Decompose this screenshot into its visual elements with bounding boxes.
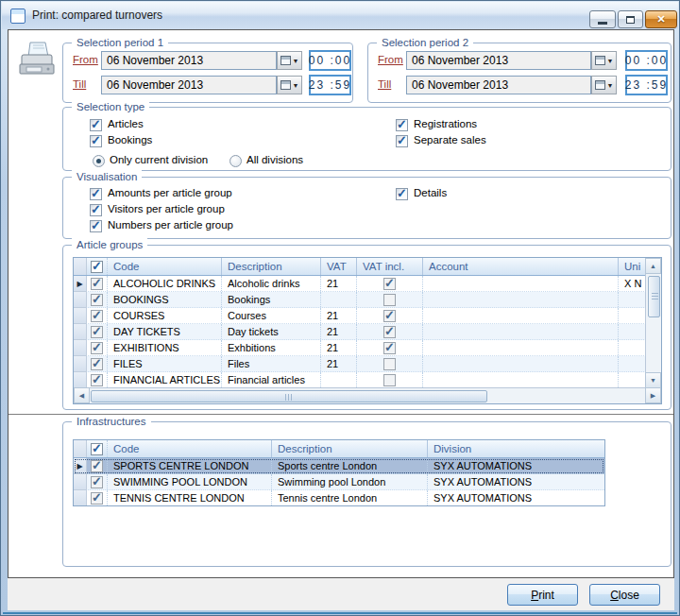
column-header-code[interactable]: Code [108, 258, 222, 275]
period1-till-time-field[interactable]: 23 :59 [309, 75, 351, 95]
from-label[interactable]: From [378, 54, 403, 65]
select-all-infrastructures-checkbox[interactable] [91, 443, 103, 455]
bookings-checkbox[interactable] [90, 135, 102, 147]
row-checkbox[interactable] [91, 310, 103, 322]
horizontal-scroll-thumb[interactable] [91, 390, 487, 402]
article-group-row[interactable]: ▶ ALCOHOLIC DRINKS Alcoholic drinks 21 X… [74, 276, 661, 292]
maximize-button[interactable] [618, 10, 643, 28]
vat-incl-checkbox[interactable] [383, 326, 396, 338]
scroll-left-button[interactable]: ◀ [74, 387, 90, 403]
row-selector[interactable] [74, 356, 87, 372]
only-current-division-label[interactable]: Only current division [110, 154, 208, 165]
period2-from-time-field[interactable]: 00 :00 [625, 50, 668, 71]
article-group-row[interactable]: BOOKINGS Bookings [74, 292, 661, 308]
period2-till-date-field[interactable]: 06 November 2013 [406, 76, 591, 94]
app-window-icon [10, 9, 26, 24]
scroll-down-button[interactable]: ▼ [645, 372, 661, 388]
scroll-up-button[interactable]: ▲ [645, 258, 661, 274]
registrations-checkbox[interactable] [396, 119, 408, 131]
numbers-per-article-group-checkbox[interactable] [90, 220, 102, 232]
period1-from-calendar-button[interactable]: ▼ [277, 51, 302, 70]
visitors-per-article-group-checkbox[interactable] [90, 204, 102, 216]
column-header-account[interactable]: Account [423, 258, 619, 275]
row-checkbox[interactable] [91, 278, 103, 290]
row-selector[interactable] [74, 372, 87, 388]
row-checkbox[interactable] [91, 326, 103, 338]
period2-till-time-field[interactable]: 23 :59 [625, 75, 668, 95]
article-group-row[interactable]: FILES Files 21 [74, 356, 661, 372]
from-label[interactable]: From [73, 54, 98, 65]
column-header-division[interactable]: Division [428, 440, 604, 457]
column-header-description[interactable]: Description [272, 440, 428, 457]
bookings-label[interactable]: Bookings [108, 134, 152, 145]
vat-incl-checkbox[interactable] [383, 310, 396, 322]
separate-sales-checkbox[interactable] [396, 135, 408, 147]
till-label[interactable]: Till [73, 78, 86, 90]
article-groups-header: Code Description VAT VAT incl. Account U… [74, 258, 661, 276]
article-group-row[interactable]: COURSES Courses 21 [74, 308, 661, 324]
vertical-scrollbar[interactable]: ▲ ▼ [645, 258, 661, 388]
registrations-label[interactable]: Registrations [414, 118, 477, 129]
close-button[interactable]: ✕ [645, 10, 677, 28]
articles-label[interactable]: Articles [108, 118, 144, 129]
column-header-description[interactable]: Description [222, 258, 321, 275]
column-header-vat-incl[interactable]: VAT incl. [357, 258, 423, 275]
select-all-articles-checkbox[interactable] [91, 261, 103, 273]
article-group-row[interactable]: DAY TICKETS Day tickets 21 [74, 324, 661, 340]
close-dialog-button[interactable]: Close [589, 584, 660, 606]
visitors-per-article-group-label[interactable]: Visitors per article group [108, 203, 225, 214]
period2-from-calendar-button[interactable]: ▼ [591, 51, 617, 70]
row-selector[interactable] [74, 292, 87, 308]
column-header-vat[interactable]: VAT [321, 258, 357, 275]
amounts-per-article-group-label[interactable]: Amounts per article group [108, 187, 232, 198]
only-current-division-radio[interactable] [93, 155, 105, 167]
period2-till-calendar-button[interactable]: ▼ [591, 76, 617, 94]
infrastructure-row[interactable]: TENNIS CENTRE LONDON Tennis centre Londo… [74, 490, 604, 506]
details-checkbox[interactable] [396, 188, 408, 200]
vat-incl-checkbox[interactable] [383, 374, 396, 386]
till-label[interactable]: Till [378, 78, 391, 90]
row-selector[interactable]: ▶ [74, 276, 87, 292]
articles-checkbox[interactable] [90, 119, 102, 131]
infrastructure-row[interactable]: ▶ SPORTS CENTRE LONDON Sports centre Lon… [74, 458, 604, 474]
separate-sales-label[interactable]: Separate sales [414, 134, 486, 145]
row-selector[interactable] [74, 324, 87, 340]
article-group-row[interactable]: EXHIBITIONS Exhbitions 21 [74, 340, 661, 356]
vat-incl-checkbox[interactable] [383, 342, 396, 354]
numbers-per-article-group-label[interactable]: Numbers per article group [108, 219, 233, 231]
row-selector[interactable]: ▶ [74, 458, 87, 474]
column-header-code[interactable]: Code [108, 440, 272, 457]
row-checkbox[interactable] [91, 294, 103, 306]
minimize-button[interactable] [589, 10, 616, 28]
row-checkbox[interactable] [91, 476, 103, 488]
row-checkbox[interactable] [91, 342, 103, 354]
details-label[interactable]: Details [414, 187, 447, 198]
row-selector[interactable] [74, 308, 87, 324]
row-checkbox[interactable] [91, 492, 103, 505]
period1-from-date-field[interactable]: 06 November 2013 [101, 51, 277, 70]
article-group-row[interactable]: FINANCIAL ARTICLES Financial articles [74, 372, 661, 388]
vertical-scroll-thumb[interactable] [648, 276, 660, 317]
scroll-right-button[interactable]: ▶ [645, 387, 661, 403]
amounts-per-article-group-checkbox[interactable] [90, 188, 102, 200]
row-selector[interactable] [74, 490, 87, 506]
row-checkbox[interactable] [91, 358, 103, 370]
titlebar[interactable]: Print: compared turnovers ✕ [2, 2, 678, 29]
row-checkbox[interactable] [91, 460, 103, 472]
row-selector[interactable] [74, 474, 87, 490]
horizontal-scrollbar[interactable]: ◀ ▶ [74, 387, 661, 403]
print-button[interactable]: Print [507, 584, 578, 606]
vat-incl-checkbox[interactable] [383, 294, 396, 306]
vat-incl-checkbox[interactable] [383, 278, 396, 290]
vat-incl-checkbox[interactable] [383, 358, 396, 370]
column-header-unit[interactable]: Uni [619, 258, 645, 275]
period1-from-time-field[interactable]: 00 :00 [309, 50, 351, 71]
all-divisions-radio[interactable] [230, 155, 242, 167]
infrastructure-row[interactable]: SWIMMING POOL LONDON Swimming pool Londo… [74, 474, 604, 490]
period1-till-calendar-button[interactable]: ▼ [277, 76, 302, 94]
period1-till-date-field[interactable]: 06 November 2013 [101, 76, 277, 94]
all-divisions-label[interactable]: All divisions [246, 154, 303, 165]
period2-from-date-field[interactable]: 06 November 2013 [406, 51, 591, 70]
row-selector[interactable] [74, 340, 87, 356]
row-checkbox[interactable] [91, 374, 103, 386]
